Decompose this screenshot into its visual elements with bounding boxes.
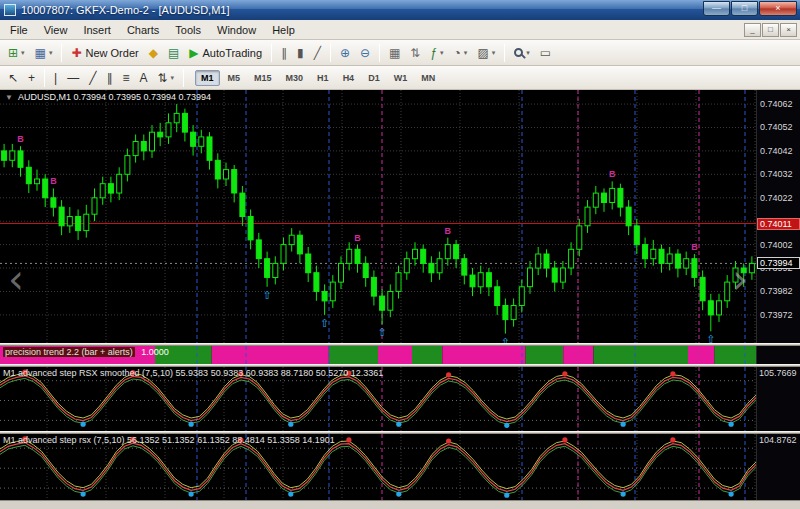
- toolbar-separator: [61, 44, 62, 62]
- menu-tools[interactable]: Tools: [167, 22, 209, 38]
- scroll-right-button[interactable]: ›: [732, 258, 748, 300]
- ohlc-bars-mode-button[interactable]: ∥: [277, 43, 291, 63]
- timeframe-m30[interactable]: M30: [280, 70, 310, 86]
- drawing-tools: ↖+|―╱∥≡A⇅▾: [3, 68, 188, 88]
- text-tool-button[interactable]: A: [135, 68, 151, 88]
- mdi-restore-button[interactable]: □: [762, 23, 779, 37]
- svg-text:B: B: [445, 226, 452, 236]
- line-chart-mode-button[interactable]: ╱: [310, 43, 325, 63]
- search-button[interactable]: ▾: [510, 43, 534, 63]
- price-axis[interactable]: 0.740620.740520.740420.740320.740220.740…: [756, 90, 800, 343]
- trendline-tool-button[interactable]: ╱: [85, 68, 100, 88]
- chevron-down-icon: ▾: [464, 49, 468, 57]
- tile-windows-button[interactable]: ▦: [385, 43, 404, 63]
- candlestick-mode-button[interactable]: ▮: [293, 43, 308, 63]
- equidistant-channel-tool-icon: ∥: [106, 72, 112, 84]
- menu-insert[interactable]: Insert: [75, 22, 119, 38]
- price-axis-label: 0.74022: [760, 193, 793, 203]
- chevron-down-icon: ▾: [440, 49, 444, 57]
- timeframe-h4[interactable]: H4: [337, 70, 361, 86]
- cursor-tool-button[interactable]: ↖: [4, 68, 22, 88]
- menu-file[interactable]: File: [2, 22, 36, 38]
- fibonacci-tool-button[interactable]: ≡: [118, 68, 133, 88]
- equidistant-channel-tool-button[interactable]: ∥: [102, 68, 116, 88]
- indicators-list-button[interactable]: ƒ▾: [426, 43, 447, 63]
- cursor-tool-icon: ↖: [8, 72, 18, 84]
- mt4-window: 10007807: GKFX-Demo-2 - [AUDUSD,M1] — □ …: [0, 0, 800, 509]
- timeframe-buttons: M1M5M15M30H1H4D1W1MN: [194, 70, 442, 86]
- svg-text:⇧: ⇧: [320, 317, 329, 329]
- timeframe-w1[interactable]: W1: [388, 70, 414, 86]
- chevron-down-icon: ▾: [171, 74, 175, 82]
- print-preview-button[interactable]: ▭: [536, 43, 555, 63]
- profiles-icon: ▦: [35, 47, 46, 59]
- crosshair-tool-button[interactable]: +: [24, 68, 39, 88]
- bid-price-tag: 0.73994: [757, 257, 800, 269]
- chart-ohlc-label: ▼AUDUSD,M1 0.73994 0.73995 0.73994 0.739…: [5, 92, 211, 102]
- menu-items: FileViewInsertChartsToolsWindowHelp: [2, 22, 303, 38]
- time-axis-strip[interactable]: [0, 500, 800, 509]
- timeframe-m15[interactable]: M15: [248, 70, 278, 86]
- menu-view[interactable]: View: [36, 22, 76, 38]
- menu-charts[interactable]: Charts: [119, 22, 167, 38]
- rsx-smoothed-label: M1 advanced step RSX smoothed (7,5,10) 5…: [3, 368, 383, 378]
- metaeditor-button[interactable]: ◆: [145, 43, 162, 63]
- timeframe-h1[interactable]: H1: [311, 70, 335, 86]
- zoom-in-button[interactable]: ⊕: [336, 43, 354, 63]
- maximize-button[interactable]: □: [731, 1, 758, 16]
- rsx-label: M1 advanced step rsx (7,5,10) 56.1352 51…: [3, 435, 335, 445]
- toolbar-separator: [271, 44, 272, 62]
- price-axis-label: 0.74002: [760, 240, 793, 250]
- timeframe-d1[interactable]: D1: [362, 70, 386, 86]
- vertical-line-tool-button[interactable]: |: [50, 68, 61, 88]
- menu-window[interactable]: Window: [209, 22, 264, 38]
- templates-button[interactable]: ▨▾: [473, 43, 499, 63]
- price-axis-label: 0.73982: [760, 286, 793, 296]
- chevron-down-icon: ▾: [526, 49, 530, 57]
- metaeditor-icon: ◆: [149, 47, 158, 59]
- price-axis-label: 0.74042: [760, 146, 793, 156]
- search-icon: [514, 48, 523, 57]
- new-chart-button[interactable]: ⊞▾: [4, 43, 29, 63]
- rsx-smoothed-axis: 105.7669: [756, 367, 800, 431]
- price-axis-label: 0.73972: [760, 310, 793, 320]
- timeframe-mn[interactable]: MN: [415, 70, 441, 86]
- horizontal-line-tool-button[interactable]: ―: [63, 68, 83, 88]
- vertical-line-tool-icon: |: [54, 72, 57, 84]
- ohlc-bars-mode-icon: ∥: [281, 47, 287, 59]
- zoom-out-icon: ⊖: [360, 47, 370, 59]
- autotrading-label: AutoTrading: [203, 47, 263, 59]
- profiles-button[interactable]: ▦▾: [31, 43, 57, 63]
- market-watch-button[interactable]: ▤: [164, 43, 183, 63]
- indicator-value: 1.0000: [141, 347, 169, 357]
- timeframe-m1[interactable]: M1: [195, 70, 220, 86]
- print-preview-icon: ▭: [540, 47, 551, 59]
- toolbar-separator: [183, 69, 184, 87]
- arrange-icons-button[interactable]: ⇅: [406, 43, 424, 63]
- new-order-button[interactable]: ✚New Order: [67, 43, 142, 63]
- text-tool-icon: A: [139, 72, 147, 84]
- timeframe-m5[interactable]: M5: [222, 70, 247, 86]
- menu-help[interactable]: Help: [264, 22, 303, 38]
- zoom-out-button[interactable]: ⊖: [356, 43, 374, 63]
- minimize-button[interactable]: —: [703, 1, 730, 16]
- mdi-close-button[interactable]: ×: [780, 23, 797, 37]
- title-bar[interactable]: 10007807: GKFX-Demo-2 - [AUDUSD,M1] — □ …: [0, 0, 800, 20]
- arrows-tool-button[interactable]: ⇅▾: [153, 68, 178, 88]
- svg-text:⇧: ⇧: [501, 336, 510, 343]
- axis-max-value: 104.8762: [759, 435, 797, 445]
- toolbar-separator: [330, 44, 331, 62]
- trend-panel-row: precision trend 2.2 (bar + alerts) 1.000…: [0, 346, 800, 364]
- rsx-axis: 104.8762: [756, 434, 800, 500]
- order-price-tag: 0.74011: [757, 218, 800, 230]
- mdi-minimize-button[interactable]: _: [744, 23, 761, 37]
- scroll-left-button[interactable]: ‹: [8, 258, 24, 300]
- rsx-row: 104.8762 M1 advanced step rsx (7,5,10) 5…: [0, 434, 800, 500]
- periods-button[interactable]: ◔▾: [450, 43, 472, 63]
- close-button[interactable]: ×: [759, 1, 797, 16]
- one-click-trading-arrow[interactable]: ▼: [5, 93, 13, 102]
- candlestick-canvas[interactable]: BBBBBB⇧⇧⇧⇧⇧: [0, 90, 756, 343]
- main-chart[interactable]: BBBBBB⇧⇧⇧⇧⇧: [0, 90, 756, 343]
- market-watch-icon: ▤: [168, 47, 179, 59]
- autotrading-button[interactable]: ▶AutoTrading: [185, 43, 266, 63]
